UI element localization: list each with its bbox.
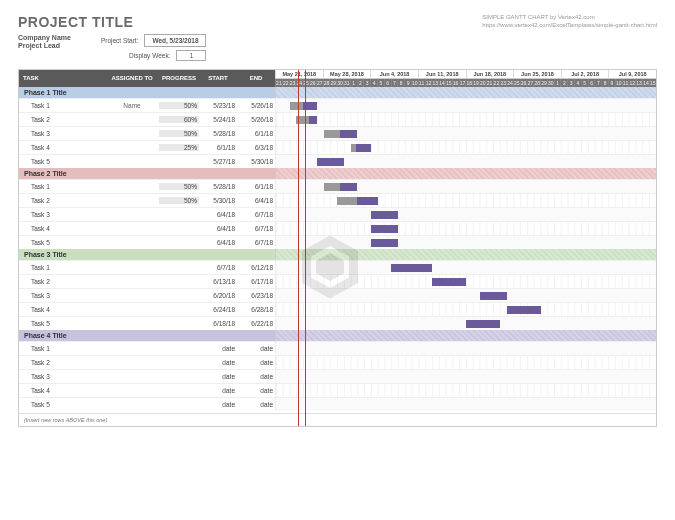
task-row[interactable]: Task 46/24/186/28/18 (19, 302, 656, 316)
task-end: 6/17/18 (237, 278, 275, 285)
day-cell: 24 (295, 79, 302, 87)
task-row[interactable]: Task 36/20/186/23/18 (19, 288, 656, 302)
task-name: Task 2 (19, 116, 105, 123)
task-row[interactable]: Task 26/13/186/17/18 (19, 274, 656, 288)
task-row[interactable]: Task 4datedate (19, 383, 656, 397)
task-name: Task 4 (19, 306, 105, 313)
day-cell: 1 (554, 79, 561, 87)
gantt-bar (391, 264, 432, 272)
day-cell: 23 (499, 79, 506, 87)
phase-title: Phase 4 Title (19, 330, 275, 341)
task-row[interactable]: Task 1datedate (19, 341, 656, 355)
task-start: 6/20/18 (199, 292, 237, 299)
task-name: Task 4 (19, 387, 105, 394)
task-end: 6/22/18 (237, 320, 275, 327)
week-label: Jul 2, 2018 (561, 70, 609, 78)
task-row[interactable]: Task 55/27/185/30/18 (19, 154, 656, 168)
task-progress: 50% (159, 130, 199, 137)
phase-gantt (275, 168, 656, 179)
task-start: 6/4/18 (199, 211, 237, 218)
task-row[interactable]: Task 5datedate (19, 397, 656, 411)
gantt-row (275, 398, 656, 411)
task-end: 6/4/18 (237, 197, 275, 204)
week-label: Jun 25, 2018 (513, 70, 561, 78)
task-row[interactable]: Task 350%5/28/186/1/18 (19, 126, 656, 140)
day-cell: 7 (594, 79, 601, 87)
gantt-row (275, 275, 656, 288)
project-lead: Project Lead (18, 42, 71, 49)
day-cell: 22 (493, 79, 500, 87)
header-row: TASK ASSIGNED TO PROGRESS START END May … (19, 70, 656, 87)
week-label: Jun 11, 2018 (418, 70, 466, 78)
gantt-row (275, 261, 656, 274)
day-cell: 3 (363, 79, 370, 87)
task-name: Task 2 (19, 359, 105, 366)
project-start-value[interactable]: Wed, 5/23/2018 (144, 34, 206, 47)
gantt-row (275, 356, 656, 369)
task-row[interactable]: Task 3datedate (19, 369, 656, 383)
day-cell: 12 (628, 79, 635, 87)
task-end: date (237, 401, 275, 408)
task-row[interactable]: Task 250%5/30/186/4/18 (19, 193, 656, 207)
gantt-row (275, 127, 656, 140)
day-cell: 12 (425, 79, 432, 87)
task-name: Task 3 (19, 211, 105, 218)
task-start: date (199, 401, 237, 408)
gantt-bar (480, 292, 507, 300)
task-start: 6/13/18 (199, 278, 237, 285)
day-cell: 11 (418, 79, 425, 87)
task-start: 5/27/18 (199, 158, 237, 165)
task-start: date (199, 345, 237, 352)
day-cell: 30 (336, 79, 343, 87)
phase-gantt (275, 330, 656, 341)
task-row[interactable]: Task 36/4/186/7/18 (19, 207, 656, 221)
day-cell: 13 (635, 79, 642, 87)
phase-row: Phase 1 Title (19, 87, 656, 98)
week-label: May 28, 2018 (323, 70, 371, 78)
day-cell: 9 (404, 79, 411, 87)
task-end: 6/1/18 (237, 183, 275, 190)
task-end: 6/7/18 (237, 211, 275, 218)
task-name: Task 2 (19, 197, 105, 204)
task-progress: 60% (159, 116, 199, 123)
day-cell: 4 (574, 79, 581, 87)
gantt-row (275, 342, 656, 355)
task-row[interactable]: Task 56/18/186/22/18 (19, 316, 656, 330)
footer-note: (Insert new rows ABOVE this one) (19, 413, 656, 426)
task-row[interactable]: Task 16/7/186/12/18 (19, 260, 656, 274)
task-row[interactable]: Task 46/4/186/7/18 (19, 221, 656, 235)
gantt-bar (371, 239, 398, 247)
task-start: date (199, 359, 237, 366)
task-row[interactable]: Task 260%5/24/185/26/18 (19, 112, 656, 126)
gantt-row (275, 236, 656, 249)
task-row[interactable]: Task 1Name50%5/23/185/26/18 (19, 98, 656, 112)
task-row[interactable]: Task 150%5/28/186/1/18 (19, 179, 656, 193)
day-cell: 22 (282, 79, 289, 87)
progress-bar (324, 130, 341, 138)
task-row[interactable]: Task 425%6/1/186/3/18 (19, 140, 656, 154)
day-cell: 18 (465, 79, 472, 87)
task-row[interactable]: Task 2datedate (19, 355, 656, 369)
task-row[interactable]: Task 56/4/186/7/18 (19, 235, 656, 249)
week-label: Jul 9, 2018 (608, 70, 656, 78)
progress-bar (324, 183, 341, 191)
task-name: Task 5 (19, 158, 105, 165)
task-start: date (199, 387, 237, 394)
phase-row: Phase 3 Title (19, 249, 656, 260)
gantt-bar (371, 211, 398, 219)
phase-row: Phase 4 Title (19, 330, 656, 341)
header-task: TASK (19, 70, 105, 87)
display-week-value[interactable]: 1 (176, 50, 206, 61)
day-cell: 14 (642, 79, 649, 87)
task-end: 5/30/18 (237, 158, 275, 165)
header-start: START (199, 70, 237, 87)
task-name: Task 1 (19, 102, 105, 109)
day-cell: 9 (608, 79, 615, 87)
day-cell: 20 (479, 79, 486, 87)
task-progress: 50% (159, 197, 199, 204)
day-cell: 25 (302, 79, 309, 87)
task-name: Task 3 (19, 292, 105, 299)
phase-title: Phase 1 Title (19, 87, 275, 98)
gantt-row (275, 222, 656, 235)
task-end: date (237, 387, 275, 394)
